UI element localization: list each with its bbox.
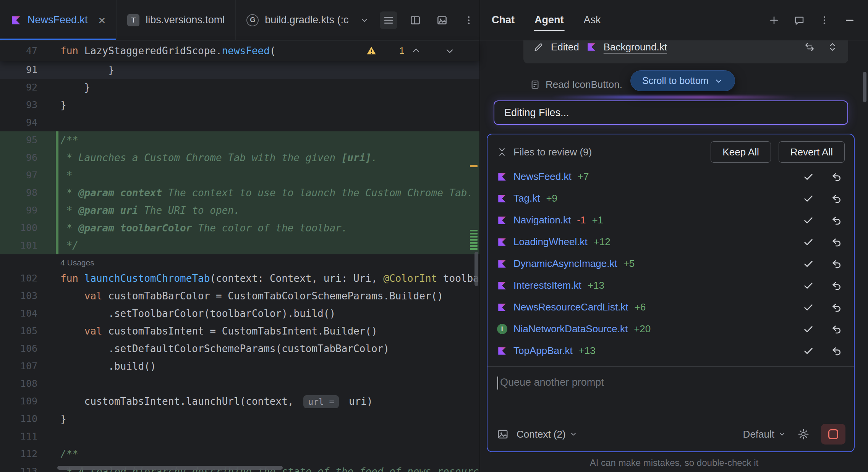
code-editor[interactable]: 91 }92 }93}9495/**96 * Launches a Custom… bbox=[0, 61, 479, 472]
code-inlay-row[interactable]: 4 Usages bbox=[0, 254, 479, 270]
code-line-94[interactable]: 94 bbox=[0, 114, 479, 131]
code-line-111[interactable]: 111 bbox=[0, 428, 479, 445]
model-selector[interactable]: Default bbox=[743, 428, 786, 440]
line-number[interactable]: 105 bbox=[0, 322, 57, 340]
new-chat-icon[interactable] bbox=[767, 13, 781, 27]
review-file-link[interactable]: NewsResourceCardList.kt bbox=[513, 301, 628, 313]
prev-problem-icon[interactable] bbox=[411, 22, 438, 80]
edited-file-card[interactable]: Edited Background.kt bbox=[523, 40, 848, 63]
added-lines-stripe-mark[interactable] bbox=[470, 230, 478, 250]
keep-file-button[interactable] bbox=[802, 192, 815, 205]
tab-newsfeed-kt[interactable]: NewsFeed.kt × bbox=[0, 0, 117, 40]
keep-file-button[interactable] bbox=[802, 323, 815, 336]
line-number[interactable]: 91 bbox=[0, 61, 57, 79]
line-number[interactable]: 107 bbox=[0, 357, 57, 375]
tab-libs-versions-toml[interactable]: T libs.versions.toml bbox=[117, 0, 236, 40]
conversations-icon[interactable] bbox=[792, 13, 806, 27]
vertical-scrollbar[interactable] bbox=[474, 252, 478, 286]
keep-file-button[interactable] bbox=[802, 279, 815, 292]
revert-file-button[interactable] bbox=[830, 192, 843, 205]
line-number[interactable]: 111 bbox=[0, 428, 57, 445]
code-line-100[interactable]: 100 * @param toolbarColor The color of t… bbox=[0, 219, 479, 237]
more-options-icon[interactable] bbox=[818, 13, 831, 27]
review-file-link[interactable]: Tag.kt bbox=[513, 192, 540, 204]
revert-file-button[interactable] bbox=[830, 323, 843, 336]
tab-chat[interactable]: Chat bbox=[492, 14, 515, 26]
review-file-link[interactable]: NewsFeed.kt bbox=[513, 171, 572, 183]
code-line-105[interactable]: 105 val customTabsIntent = CustomTabsInt… bbox=[0, 322, 479, 340]
review-file-link[interactable]: DynamicAsyncImage.kt bbox=[513, 258, 617, 270]
revert-file-button[interactable] bbox=[830, 170, 843, 183]
line-number[interactable]: 95 bbox=[0, 131, 57, 149]
line-number[interactable]: 93 bbox=[0, 96, 57, 114]
tab-agent[interactable]: Agent bbox=[534, 14, 564, 26]
keep-file-button[interactable] bbox=[802, 257, 815, 270]
code-line-104[interactable]: 104 .setToolbarColor(toolbarColor).build… bbox=[0, 305, 479, 322]
line-number[interactable]: 94 bbox=[0, 114, 57, 131]
review-file-link[interactable]: TopAppBar.kt bbox=[513, 345, 573, 357]
revert-all-button[interactable]: Revert All bbox=[779, 141, 845, 163]
warning-stripe-mark[interactable] bbox=[470, 165, 478, 167]
line-number[interactable]: 104 bbox=[0, 305, 57, 322]
settings-gear-icon[interactable] bbox=[797, 428, 810, 440]
tab-build-gradle-kts[interactable]: G build.gradle.kts (:c bbox=[236, 0, 380, 40]
keep-file-button[interactable] bbox=[802, 170, 815, 183]
next-problem-icon[interactable] bbox=[444, 22, 472, 80]
code-line-108[interactable]: 108 bbox=[0, 375, 479, 393]
keep-file-button[interactable] bbox=[802, 214, 815, 227]
attach-image-icon[interactable] bbox=[497, 428, 509, 440]
horizontal-scrollbar[interactable] bbox=[57, 466, 283, 470]
code-line-103[interactable]: 103 val customTabBarColor = CustomTabCol… bbox=[0, 287, 479, 305]
code-line-110[interactable]: 110} bbox=[0, 410, 479, 428]
stop-button[interactable] bbox=[821, 424, 845, 445]
edited-file-link[interactable]: Background.kt bbox=[604, 41, 667, 53]
close-tab-icon[interactable]: × bbox=[99, 14, 106, 26]
chat-scrollbar[interactable] bbox=[863, 72, 866, 102]
keep-file-button[interactable] bbox=[802, 236, 815, 249]
line-number[interactable]: 102 bbox=[0, 270, 57, 287]
line-number[interactable]: 109 bbox=[0, 393, 57, 410]
review-file-link[interactable]: NiaNetworkDataSource.kt bbox=[513, 323, 628, 335]
keep-all-button[interactable]: Keep All bbox=[711, 141, 771, 163]
keep-file-button[interactable] bbox=[802, 301, 815, 314]
line-number[interactable]: 101 bbox=[0, 237, 57, 254]
code-line-99[interactable]: 99 * @param uri The URI to open. bbox=[0, 202, 479, 219]
scroll-to-bottom-button[interactable]: Scroll to bottom bbox=[630, 70, 735, 91]
line-number[interactable]: 113 bbox=[0, 463, 57, 472]
code-line-106[interactable]: 106 .setDefaultColorSchemeParams(customT… bbox=[0, 340, 479, 357]
code-line-96[interactable]: 96 * Launches a Custom Chrome Tab with t… bbox=[0, 149, 479, 166]
line-number[interactable]: 97 bbox=[0, 166, 57, 184]
line-number[interactable]: 110 bbox=[0, 410, 57, 428]
line-number[interactable]: 92 bbox=[0, 79, 57, 96]
review-file-link[interactable]: InterestsItem.kt bbox=[513, 280, 581, 291]
line-number[interactable]: 96 bbox=[0, 149, 57, 166]
line-number[interactable]: 108 bbox=[0, 375, 57, 393]
review-file-link[interactable]: LoadingWheel.kt bbox=[513, 236, 588, 248]
line-number[interactable] bbox=[0, 254, 57, 270]
code-line-112[interactable]: 112/** bbox=[0, 445, 479, 463]
expand-collapse-icon[interactable] bbox=[827, 41, 838, 53]
tab-ask[interactable]: Ask bbox=[584, 14, 601, 26]
code-line-107[interactable]: 107 .build() bbox=[0, 357, 479, 375]
code-line-92[interactable]: 92 } bbox=[0, 79, 479, 96]
sticky-code-line[interactable]: 47 fun LazyStaggeredGridScope.newsFeed( … bbox=[0, 40, 479, 61]
revert-file-button[interactable] bbox=[830, 344, 843, 357]
code-line-109[interactable]: 109 customTabsIntent.launchUrl(context, … bbox=[0, 393, 479, 410]
line-number[interactable]: 112 bbox=[0, 445, 57, 463]
code-line-101[interactable]: 101 */ bbox=[0, 237, 479, 254]
line-number[interactable]: 106 bbox=[0, 340, 57, 357]
revert-file-button[interactable] bbox=[830, 257, 843, 270]
minimize-icon[interactable] bbox=[843, 13, 857, 27]
code-line-98[interactable]: 98 * @param context The context to use t… bbox=[0, 184, 479, 202]
prompt-input[interactable]: Queue another prompt bbox=[487, 367, 854, 424]
revert-file-button[interactable] bbox=[830, 236, 843, 249]
code-line-102[interactable]: 102fun launchCustomChromeTab(context: Co… bbox=[0, 270, 479, 287]
line-number[interactable]: 98 bbox=[0, 184, 57, 202]
keep-file-button[interactable] bbox=[802, 344, 815, 357]
collapse-icon[interactable] bbox=[497, 147, 507, 157]
line-number[interactable]: 99 bbox=[0, 202, 57, 219]
show-diff-icon[interactable] bbox=[804, 41, 815, 53]
code-line-93[interactable]: 93} bbox=[0, 96, 479, 114]
code-line-97[interactable]: 97 * bbox=[0, 166, 479, 184]
revert-file-button[interactable] bbox=[830, 279, 843, 292]
